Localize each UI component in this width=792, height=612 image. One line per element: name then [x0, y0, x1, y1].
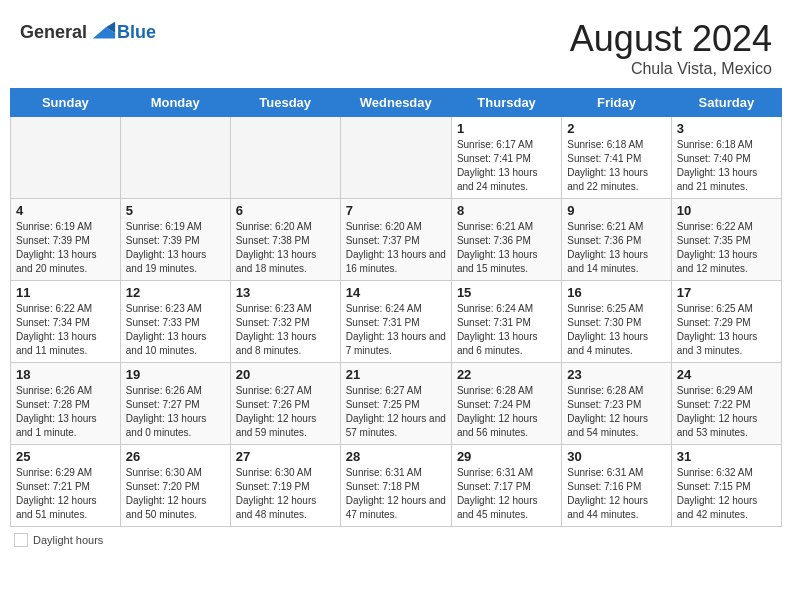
weekday-header-monday: Monday [120, 89, 230, 117]
calendar-cell: 15Sunrise: 6:24 AMSunset: 7:31 PMDayligh… [451, 281, 561, 363]
day-info: Sunrise: 6:25 AMSunset: 7:30 PMDaylight:… [567, 302, 665, 358]
calendar-cell: 23Sunrise: 6:28 AMSunset: 7:23 PMDayligh… [562, 363, 671, 445]
day-info: Sunrise: 6:24 AMSunset: 7:31 PMDaylight:… [457, 302, 556, 358]
calendar-cell: 12Sunrise: 6:23 AMSunset: 7:33 PMDayligh… [120, 281, 230, 363]
day-number: 13 [236, 285, 335, 300]
day-number: 15 [457, 285, 556, 300]
day-info: Sunrise: 6:27 AMSunset: 7:25 PMDaylight:… [346, 384, 446, 440]
weekday-header-tuesday: Tuesday [230, 89, 340, 117]
calendar-cell: 8Sunrise: 6:21 AMSunset: 7:36 PMDaylight… [451, 199, 561, 281]
day-info: Sunrise: 6:26 AMSunset: 7:28 PMDaylight:… [16, 384, 115, 440]
day-info: Sunrise: 6:20 AMSunset: 7:38 PMDaylight:… [236, 220, 335, 276]
calendar-week-row: 18Sunrise: 6:26 AMSunset: 7:28 PMDayligh… [11, 363, 782, 445]
day-number: 2 [567, 121, 665, 136]
day-info: Sunrise: 6:31 AMSunset: 7:16 PMDaylight:… [567, 466, 665, 522]
calendar-cell: 30Sunrise: 6:31 AMSunset: 7:16 PMDayligh… [562, 445, 671, 527]
calendar-cell: 5Sunrise: 6:19 AMSunset: 7:39 PMDaylight… [120, 199, 230, 281]
day-info: Sunrise: 6:19 AMSunset: 7:39 PMDaylight:… [16, 220, 115, 276]
day-info: Sunrise: 6:32 AMSunset: 7:15 PMDaylight:… [677, 466, 776, 522]
day-number: 27 [236, 449, 335, 464]
day-number: 30 [567, 449, 665, 464]
calendar-cell: 21Sunrise: 6:27 AMSunset: 7:25 PMDayligh… [340, 363, 451, 445]
calendar-cell: 3Sunrise: 6:18 AMSunset: 7:40 PMDaylight… [671, 117, 781, 199]
day-info: Sunrise: 6:18 AMSunset: 7:40 PMDaylight:… [677, 138, 776, 194]
month-year-title: August 2024 [570, 18, 772, 60]
calendar-week-row: 4Sunrise: 6:19 AMSunset: 7:39 PMDaylight… [11, 199, 782, 281]
logo-blue-text: Blue [117, 22, 156, 43]
calendar-cell: 9Sunrise: 6:21 AMSunset: 7:36 PMDaylight… [562, 199, 671, 281]
daylight-box [14, 533, 28, 547]
calendar-cell: 20Sunrise: 6:27 AMSunset: 7:26 PMDayligh… [230, 363, 340, 445]
calendar-cell: 2Sunrise: 6:18 AMSunset: 7:41 PMDaylight… [562, 117, 671, 199]
day-info: Sunrise: 6:22 AMSunset: 7:35 PMDaylight:… [677, 220, 776, 276]
day-info: Sunrise: 6:28 AMSunset: 7:23 PMDaylight:… [567, 384, 665, 440]
calendar-cell: 7Sunrise: 6:20 AMSunset: 7:37 PMDaylight… [340, 199, 451, 281]
day-info: Sunrise: 6:29 AMSunset: 7:21 PMDaylight:… [16, 466, 115, 522]
location-subtitle: Chula Vista, Mexico [570, 60, 772, 78]
title-block: August 2024 Chula Vista, Mexico [570, 18, 772, 78]
day-info: Sunrise: 6:31 AMSunset: 7:18 PMDaylight:… [346, 466, 446, 522]
day-info: Sunrise: 6:17 AMSunset: 7:41 PMDaylight:… [457, 138, 556, 194]
logo-general-text: General [20, 22, 87, 43]
day-info: Sunrise: 6:22 AMSunset: 7:34 PMDaylight:… [16, 302, 115, 358]
calendar-cell: 25Sunrise: 6:29 AMSunset: 7:21 PMDayligh… [11, 445, 121, 527]
calendar-cell: 22Sunrise: 6:28 AMSunset: 7:24 PMDayligh… [451, 363, 561, 445]
day-number: 7 [346, 203, 446, 218]
calendar-cell: 13Sunrise: 6:23 AMSunset: 7:32 PMDayligh… [230, 281, 340, 363]
day-number: 3 [677, 121, 776, 136]
calendar-cell: 4Sunrise: 6:19 AMSunset: 7:39 PMDaylight… [11, 199, 121, 281]
day-number: 11 [16, 285, 115, 300]
weekday-header-wednesday: Wednesday [340, 89, 451, 117]
day-info: Sunrise: 6:28 AMSunset: 7:24 PMDaylight:… [457, 384, 556, 440]
day-info: Sunrise: 6:21 AMSunset: 7:36 PMDaylight:… [567, 220, 665, 276]
day-number: 24 [677, 367, 776, 382]
day-number: 20 [236, 367, 335, 382]
day-number: 21 [346, 367, 446, 382]
day-info: Sunrise: 6:21 AMSunset: 7:36 PMDaylight:… [457, 220, 556, 276]
day-number: 23 [567, 367, 665, 382]
calendar-cell: 27Sunrise: 6:30 AMSunset: 7:19 PMDayligh… [230, 445, 340, 527]
day-number: 16 [567, 285, 665, 300]
calendar-cell: 10Sunrise: 6:22 AMSunset: 7:35 PMDayligh… [671, 199, 781, 281]
day-info: Sunrise: 6:30 AMSunset: 7:20 PMDaylight:… [126, 466, 225, 522]
day-number: 1 [457, 121, 556, 136]
calendar-table: SundayMondayTuesdayWednesdayThursdayFrid… [10, 88, 782, 527]
day-number: 25 [16, 449, 115, 464]
calendar-cell: 18Sunrise: 6:26 AMSunset: 7:28 PMDayligh… [11, 363, 121, 445]
calendar-week-row: 25Sunrise: 6:29 AMSunset: 7:21 PMDayligh… [11, 445, 782, 527]
day-number: 5 [126, 203, 225, 218]
day-info: Sunrise: 6:25 AMSunset: 7:29 PMDaylight:… [677, 302, 776, 358]
day-number: 4 [16, 203, 115, 218]
weekday-header-saturday: Saturday [671, 89, 781, 117]
calendar-cell: 19Sunrise: 6:26 AMSunset: 7:27 PMDayligh… [120, 363, 230, 445]
calendar-cell: 28Sunrise: 6:31 AMSunset: 7:18 PMDayligh… [340, 445, 451, 527]
calendar-cell: 1Sunrise: 6:17 AMSunset: 7:41 PMDaylight… [451, 117, 561, 199]
logo: General Blue [20, 18, 156, 46]
page-header: General Blue August 2024 Chula Vista, Me… [10, 10, 782, 82]
day-number: 10 [677, 203, 776, 218]
day-number: 29 [457, 449, 556, 464]
weekday-header-thursday: Thursday [451, 89, 561, 117]
footer: Daylight hours [10, 533, 782, 547]
daylight-label: Daylight hours [33, 534, 103, 546]
logo-icon [89, 18, 117, 46]
weekday-header-row: SundayMondayTuesdayWednesdayThursdayFrid… [11, 89, 782, 117]
day-info: Sunrise: 6:29 AMSunset: 7:22 PMDaylight:… [677, 384, 776, 440]
calendar-cell [120, 117, 230, 199]
day-number: 14 [346, 285, 446, 300]
calendar-cell [11, 117, 121, 199]
day-info: Sunrise: 6:23 AMSunset: 7:32 PMDaylight:… [236, 302, 335, 358]
day-number: 9 [567, 203, 665, 218]
day-info: Sunrise: 6:23 AMSunset: 7:33 PMDaylight:… [126, 302, 225, 358]
day-info: Sunrise: 6:19 AMSunset: 7:39 PMDaylight:… [126, 220, 225, 276]
calendar-week-row: 11Sunrise: 6:22 AMSunset: 7:34 PMDayligh… [11, 281, 782, 363]
calendar-cell [340, 117, 451, 199]
calendar-cell [230, 117, 340, 199]
calendar-cell: 17Sunrise: 6:25 AMSunset: 7:29 PMDayligh… [671, 281, 781, 363]
day-info: Sunrise: 6:20 AMSunset: 7:37 PMDaylight:… [346, 220, 446, 276]
day-number: 31 [677, 449, 776, 464]
calendar-week-row: 1Sunrise: 6:17 AMSunset: 7:41 PMDaylight… [11, 117, 782, 199]
day-info: Sunrise: 6:31 AMSunset: 7:17 PMDaylight:… [457, 466, 556, 522]
calendar-cell: 24Sunrise: 6:29 AMSunset: 7:22 PMDayligh… [671, 363, 781, 445]
weekday-header-sunday: Sunday [11, 89, 121, 117]
